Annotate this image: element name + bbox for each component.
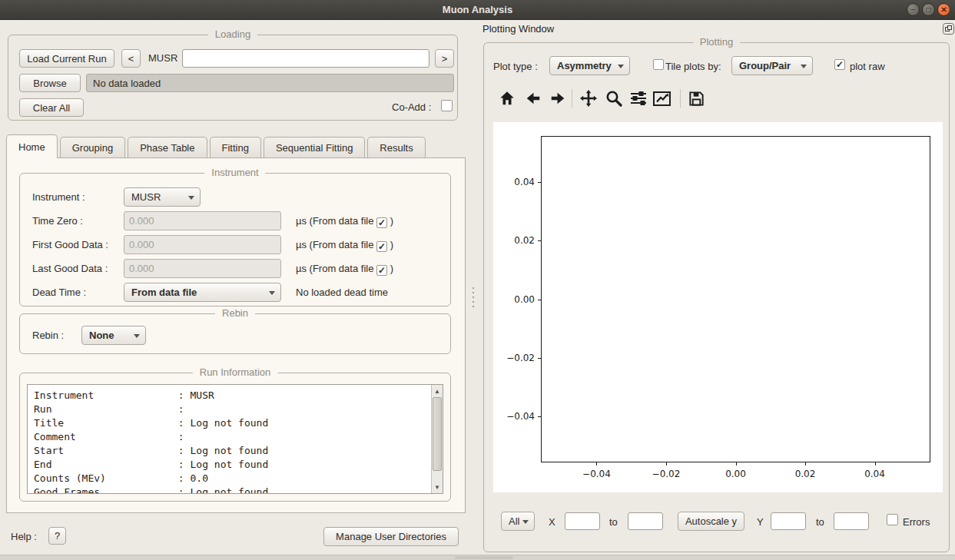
manage-user-directories-button[interactable]: Manage User Directories: [323, 527, 459, 546]
last-good-data-from-file-checkbox[interactable]: [376, 265, 387, 276]
instrument-prefix-label: MUSR: [148, 52, 177, 64]
plot-axes[interactable]: −0.04−0.020.000.020.04 −0.04−0.020.000.0…: [541, 136, 930, 462]
pan-icon[interactable]: [579, 88, 599, 108]
back-arrow-icon[interactable]: [523, 88, 543, 108]
y-to-input[interactable]: [834, 512, 869, 530]
muon-analysis-window: Muon Analysis − □ ✕ Loading Load Current…: [0, 0, 955, 560]
instrument-group: Instrument Instrument : MUSR Time Zero :…: [19, 173, 451, 307]
chevron-down-icon: [522, 520, 529, 524]
errors-label: Errors: [903, 516, 930, 528]
maximize-button[interactable]: □: [922, 3, 935, 16]
range-select-combo[interactable]: All: [501, 512, 535, 531]
y-tick-label: −0.04: [506, 411, 535, 422]
tab-results[interactable]: Results: [367, 137, 425, 157]
x-tick-label: 0.04: [864, 469, 885, 479]
time-zero-from-file-checkbox[interactable]: [376, 217, 387, 228]
browse-button[interactable]: Browse: [19, 74, 81, 92]
y-tick-label: 0.04: [514, 177, 535, 187]
autoscale-y-button[interactable]: Autoscale y: [678, 512, 744, 531]
x-to-label: to: [609, 516, 618, 528]
coadd-label: Co-Add :: [392, 101, 431, 113]
run-number-input[interactable]: [182, 49, 429, 68]
forward-arrow-icon[interactable]: [548, 88, 568, 108]
y-range-label: Y: [757, 516, 764, 528]
window-title: Muon Analysis: [443, 4, 512, 15]
scrollbar-thumb[interactable]: [433, 397, 442, 471]
home-tab-panel: Instrument Instrument : MUSR Time Zero :…: [6, 157, 466, 513]
rebin-combo[interactable]: None: [81, 326, 146, 345]
instrument-group-title: Instrument: [204, 167, 265, 178]
first-good-data-suffix: µs (From data file ): [296, 239, 393, 252]
x-to-input[interactable]: [628, 512, 663, 530]
x-tick-label: 0.00: [725, 469, 746, 479]
save-icon[interactable]: [686, 88, 706, 108]
last-good-data-label: Last Good Data :: [32, 263, 108, 274]
x-tick-mark: [875, 462, 876, 466]
last-good-data-suffix: µs (From data file ): [296, 263, 393, 276]
dead-time-status: No loaded dead time: [296, 287, 388, 298]
rebin-group-title: Rebin: [215, 307, 255, 319]
scroll-up-icon[interactable]: ▲: [432, 386, 443, 396]
y-tick-mark: [538, 358, 541, 359]
rebin-group: Rebin Rebin : None: [19, 313, 451, 354]
rebin-label: Rebin :: [32, 330, 64, 341]
help-button[interactable]: ?: [48, 527, 66, 545]
run-information-textarea[interactable]: Instrument : MUSR Run : Title : Log not …: [27, 384, 443, 494]
loading-group-title: Loading: [208, 28, 257, 40]
chevron-down-icon: [801, 65, 807, 68]
coadd-checkbox[interactable]: [441, 100, 453, 111]
main-area: Loading Load Current Run < MUSR > Browse…: [0, 20, 955, 555]
clear-all-button[interactable]: Clear All: [19, 98, 84, 117]
y-from-input[interactable]: [771, 512, 806, 530]
previous-run-button[interactable]: <: [121, 49, 141, 68]
close-button[interactable]: ✕: [937, 3, 950, 16]
tab-phase-table[interactable]: Phase Table: [128, 137, 207, 157]
x-tick-mark: [805, 462, 806, 466]
home-icon[interactable]: [497, 88, 517, 108]
zoom-icon[interactable]: [604, 88, 624, 108]
x-tick-mark: [596, 462, 597, 466]
float-dock-icon[interactable]: [943, 23, 954, 35]
y-tick-mark: [538, 182, 541, 183]
chevron-down-icon: [188, 196, 194, 200]
tile-by-combo[interactable]: Group/Pair: [731, 56, 813, 75]
dead-time-combo[interactable]: From data file: [124, 283, 281, 302]
first-good-data-input[interactable]: [124, 235, 281, 254]
y-tick-mark: [538, 240, 541, 241]
tile-plots-checkbox[interactable]: [653, 59, 664, 70]
plotting-group: Plotting Plot type : Asymmetry Tile plot…: [483, 42, 950, 552]
chevron-down-icon: [269, 291, 275, 295]
next-run-button[interactable]: >: [435, 49, 454, 68]
load-current-run-button[interactable]: Load Current Run: [19, 49, 114, 68]
errors-checkbox[interactable]: [887, 514, 898, 525]
run-information-scrollbar[interactable]: ▲ ▼: [431, 385, 443, 493]
tab-grouping[interactable]: Grouping: [60, 137, 125, 157]
tab-sequential-fitting[interactable]: Sequential Fitting: [264, 137, 365, 157]
tab-fitting[interactable]: Fitting: [210, 137, 261, 157]
load-status-field: No data loaded: [86, 74, 454, 92]
time-zero-suffix: µs (From data file ): [296, 215, 393, 228]
dead-time-label: Dead Time :: [32, 287, 86, 298]
help-label: Help :: [11, 531, 37, 542]
first-good-data-from-file-checkbox[interactable]: [376, 241, 387, 252]
scroll-down-icon[interactable]: ▼: [432, 482, 443, 492]
minimize-button[interactable]: −: [907, 3, 920, 16]
instrument-combo[interactable]: MUSR: [124, 187, 201, 207]
tab-home[interactable]: Home: [6, 134, 58, 158]
tab-bar: Home Grouping Phase Table Fitting Sequen…: [6, 134, 428, 157]
subplots-config-icon[interactable]: [628, 88, 648, 108]
time-zero-input[interactable]: [124, 211, 281, 230]
axes-editor-icon[interactable]: [652, 88, 672, 108]
plot-figure[interactable]: −0.04−0.020.000.020.04 −0.04−0.020.000.0…: [493, 122, 943, 492]
x-from-input[interactable]: [565, 512, 600, 530]
x-tick-label: −0.02: [652, 469, 681, 479]
horizontal-splitter-handle[interactable]: [455, 556, 513, 559]
plot-raw-checkbox[interactable]: [834, 59, 845, 70]
x-tick-mark: [666, 462, 667, 466]
splitter-handle[interactable]: [472, 284, 475, 310]
plot-type-combo[interactable]: Asymmetry: [549, 56, 630, 75]
titlebar: Muon Analysis − □ ✕: [0, 0, 955, 20]
last-good-data-input[interactable]: [124, 259, 281, 278]
x-tick-label: −0.04: [582, 469, 611, 479]
toolbar-separator: [572, 89, 572, 108]
